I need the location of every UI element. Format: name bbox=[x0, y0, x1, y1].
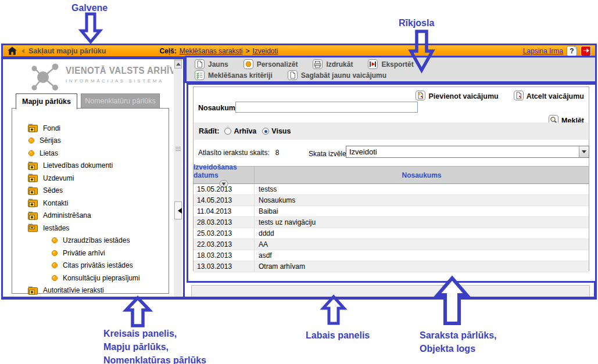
breadcrumb-separator: > bbox=[245, 47, 249, 55]
tree-item-iest-des[interactable]: Iestādes bbox=[12, 222, 169, 235]
radio-button-icon[interactable] bbox=[262, 128, 269, 135]
table-row[interactable]: 18.03.2013asdf bbox=[194, 250, 589, 261]
user-link[interactable]: Lapsina Irma bbox=[523, 47, 563, 55]
toolbar-button-mekl-anas-krit-riji[interactable]: Meklēšanas kritēriji bbox=[195, 70, 273, 80]
cell-name: asdf bbox=[255, 250, 589, 261]
toolbar-button-label: Jauns bbox=[208, 60, 228, 69]
galvene-arrow-icon bbox=[80, 13, 101, 43]
table-row[interactable]: 25.03.2013dddd bbox=[194, 228, 589, 239]
breadcrumb-link-izveidoti[interactable]: Izveidoti bbox=[252, 47, 278, 55]
collapse-folders-link[interactable]: Sakļaut mapju pārlūku bbox=[28, 47, 106, 55]
results-table: Izveidošanas datums Nosaukums 15.05.2013… bbox=[194, 166, 589, 272]
bullet-icon bbox=[51, 275, 58, 282]
tab-mapju-parluks[interactable]: Mapju pārlūks bbox=[16, 93, 77, 109]
right-panel: Pievienot vaicājumu Atcelt vaicājumu Nos… bbox=[187, 83, 597, 283]
tree-item-label: Kontakti bbox=[43, 199, 68, 207]
cell-name: AA bbox=[255, 239, 589, 250]
tree-item-s-des[interactable]: Sēdes bbox=[12, 185, 169, 197]
logout-button[interactable] bbox=[581, 46, 591, 56]
tree-item-uzraudz-bas-iest-des[interactable]: Uzraudzības iestādes bbox=[12, 235, 169, 247]
path-label: Ceļš: bbox=[159, 47, 176, 55]
tree-item-konsult-ciju-piepras-jumi[interactable]: Konsultāciju pieprasījumi bbox=[12, 272, 169, 284]
logo-subtitle: INFORMĀCIJAS SISTĒMA bbox=[66, 78, 182, 84]
splitter-collapse-icon[interactable] bbox=[178, 208, 182, 214]
left-panel-scrollbar[interactable] bbox=[173, 59, 182, 298]
cell-date: 18.03.2013 bbox=[194, 250, 255, 261]
outer-frame-right bbox=[594, 282, 597, 300]
tree-item-administr-ana[interactable]: Administrēšana bbox=[12, 210, 169, 222]
cell-date: 15.05.2013 bbox=[194, 184, 255, 194]
left-panel: VIENOTĀ VALSTS ARHĪVU INFORMĀCIJAS SISTĒ… bbox=[1, 57, 185, 300]
table-header: Izveidošanas datums Nosaukums bbox=[194, 167, 589, 184]
tree-item-label: Uzraudzības iestādes bbox=[63, 236, 130, 244]
save-query-icon bbox=[288, 70, 298, 80]
add-query-button[interactable]: Pievienot vaicājumu bbox=[416, 91, 498, 102]
tree-item-autoritat-vie-ieraksti[interactable]: Autoritatīvie ieraksti bbox=[12, 284, 169, 297]
cell-date: 14.05.2013 bbox=[194, 195, 255, 206]
tree-item-lietved-bas-dokumenti[interactable]: Lietvedības dokumenti bbox=[12, 160, 169, 172]
folder-plus-icon bbox=[28, 161, 38, 170]
table-row[interactable]: 13.03.2013Otram arhīvam bbox=[194, 261, 589, 272]
tree-item-priv-tie-arh-vi[interactable]: Privātie arhīvi bbox=[12, 247, 169, 260]
radio-label: Visus bbox=[271, 127, 291, 135]
column-header-date[interactable]: Izveidošanas datums bbox=[194, 167, 255, 183]
scroll-up-button[interactable] bbox=[174, 60, 182, 69]
toolbar-button-jauns[interactable]: Jauns bbox=[195, 59, 228, 69]
cancel-query-icon bbox=[514, 91, 524, 102]
breadcrumb: Ceļš: Meklēšanas saraksti > Izveidoti bbox=[159, 47, 278, 55]
home-icon[interactable] bbox=[7, 46, 17, 55]
help-button[interactable]: ? bbox=[567, 46, 577, 56]
name-input[interactable] bbox=[235, 102, 418, 113]
collapse-caret-icon[interactable] bbox=[22, 49, 24, 53]
breadcrumb-link-search-lists[interactable]: Meklēšanas saraksti bbox=[180, 47, 243, 55]
cancel-query-button[interactable]: Atcelt vaicājumu bbox=[514, 91, 584, 102]
tab-nomenklaturu-parluks[interactable]: Nomenklatūru pārlūks bbox=[81, 93, 160, 109]
radio-arhīva[interactable]: Arhīva bbox=[224, 127, 256, 135]
tree-item-s-rijas[interactable]: Sērijas bbox=[12, 135, 169, 147]
bullet-icon bbox=[51, 237, 58, 244]
tree-item-lietas[interactable]: Lietas bbox=[12, 147, 169, 160]
export-icon bbox=[368, 59, 378, 69]
column-header-name[interactable]: Nosaukums bbox=[255, 167, 589, 183]
tree-item-fondi[interactable]: Fondi bbox=[12, 122, 169, 135]
query-form: Pievienot vaicājumu Atcelt vaicājumu Nos… bbox=[193, 87, 589, 271]
tree-item-citas-priv-t-s-iest-des[interactable]: Citas privātās iestādes bbox=[12, 260, 169, 272]
toolbar-button-label: Saglabāt jaunu vaicājumu bbox=[301, 71, 386, 80]
add-query-label: Pievienot vaicājumu bbox=[428, 92, 498, 100]
tree-item-kontakti[interactable]: Kontakti bbox=[12, 197, 169, 210]
tree-item-uzdevumi[interactable]: Uzdevumi bbox=[12, 172, 169, 185]
folder-plus-icon bbox=[28, 124, 38, 132]
bullet-icon bbox=[28, 150, 35, 157]
toolbar-button-saglab-t-jaunu-vaic-jumu[interactable]: Saglabāt jaunu vaicājumu bbox=[288, 70, 386, 80]
table-row[interactable]: 15.05.2013testss bbox=[194, 184, 589, 195]
table-row[interactable]: 22.03.2013AA bbox=[194, 239, 589, 250]
radio-visus[interactable]: Visus bbox=[262, 127, 291, 135]
table-row[interactable]: 11.04.2013Baibai bbox=[194, 206, 589, 217]
dropdown-arrow-icon[interactable] bbox=[579, 146, 589, 157]
annotation-kreisais: Kreisais panelis, Mapju pārlūks, Nomenkl… bbox=[103, 327, 206, 364]
toolbar-button-personaliz-t[interactable]: Personalizēt bbox=[244, 59, 298, 69]
record-count-value: 8 bbox=[275, 149, 280, 157]
cell-date: 28.03.2013 bbox=[194, 217, 255, 228]
table-row[interactable]: 14.05.2013Nosaukums bbox=[194, 195, 589, 206]
saraksta-arrow-icon bbox=[436, 277, 468, 325]
toolbar-button-izdruk-t[interactable]: Izdrukāt bbox=[313, 59, 353, 69]
radio-button-icon[interactable] bbox=[224, 128, 231, 135]
add-query-icon bbox=[416, 91, 425, 102]
toolbar-button-eksport-t[interactable]: Eksportēt bbox=[368, 59, 413, 69]
new-doc-icon bbox=[195, 59, 205, 69]
toolbar-button-label: Meklēšanas kritēriji bbox=[208, 71, 273, 80]
cell-name: Nosaukums bbox=[255, 195, 589, 206]
table-row[interactable]: 28.03.2013tests uz navigāciju bbox=[194, 217, 589, 228]
toolbar-row-1: JaunsPersonalizētIzdrukātEksportēt bbox=[195, 59, 595, 70]
tree-item-label: Citas privātās iestādes bbox=[63, 261, 133, 269]
folder-plus-icon bbox=[28, 199, 38, 207]
annotation-rikjosla: Rīkjosla bbox=[399, 16, 434, 30]
cancel-query-label: Atcelt vaicājumu bbox=[527, 92, 584, 100]
view-select-dropdown[interactable]: Izveidoti bbox=[346, 146, 589, 158]
tree-item-label: Konsultāciju pieprasījumi bbox=[63, 274, 140, 282]
cell-name: Otram arhīvam bbox=[255, 261, 589, 272]
splitter-grip[interactable] bbox=[176, 147, 181, 152]
print-icon bbox=[313, 59, 323, 69]
app-logo: VIENOTĀ VALSTS ARHĪVU INFORMĀCIJAS SISTĒ… bbox=[66, 64, 182, 84]
